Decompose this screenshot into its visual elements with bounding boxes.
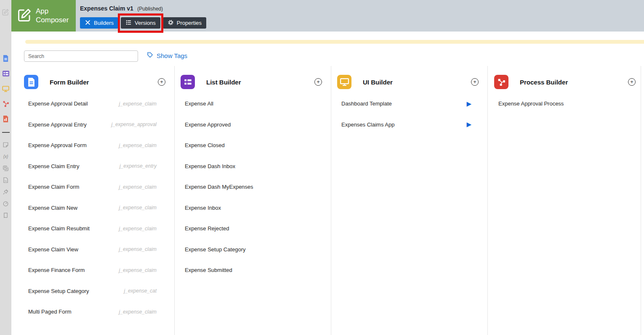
- app-header: App Composer Expenses Claim v1 (Publishe…: [11, 0, 644, 32]
- form-builder-icon: [24, 75, 38, 89]
- search-input[interactable]: [24, 50, 138, 62]
- edit-pencil-icon: [17, 8, 32, 24]
- item-label[interactable]: Expense Claim Form: [24, 184, 79, 190]
- item-tag: j_expense_approval: [112, 121, 157, 127]
- item-label[interactable]: Expenses Claims App: [337, 121, 394, 128]
- list-builder-header: List Builder +: [181, 73, 325, 91]
- item-label[interactable]: Expense Approved: [181, 121, 231, 128]
- form-builder-list: Expense Approval Detailj_expense_claimEx…: [24, 93, 168, 322]
- item-label[interactable]: Expense Rejected: [181, 225, 229, 232]
- column-divider: [487, 66, 488, 335]
- item-label[interactable]: Expense Approval Detail: [24, 100, 88, 107]
- item-tag: j_expense_claim: [119, 205, 157, 211]
- left-rail: {x}: [0, 0, 11, 335]
- pages-icon[interactable]: [0, 209, 11, 221]
- rail-icon-list: {x}: [0, 51, 11, 221]
- list-item: Expense Rejected: [181, 218, 325, 239]
- add-list-button[interactable]: +: [314, 78, 322, 86]
- tab-properties[interactable]: Properties: [163, 17, 206, 29]
- item-label[interactable]: Expense Submitted: [181, 267, 232, 273]
- list-item: Expense All: [181, 93, 325, 114]
- list-item: Expense Finance Formj_expense_claim: [24, 260, 168, 281]
- list-item: Expense Dash MyExpenses: [181, 177, 325, 198]
- item-label[interactable]: Multi Paged Form: [24, 309, 72, 315]
- tab-builders[interactable]: Builders: [80, 17, 118, 29]
- versions-list-icon: [125, 19, 132, 27]
- report-icon[interactable]: [0, 111, 11, 127]
- app-composer-screen: {x} App Composer: [0, 0, 644, 335]
- list-item: Expense Claim Resubmitj_expense_claim: [24, 218, 168, 239]
- item-tag: j_expense_claim: [119, 142, 157, 148]
- process-builder-icon[interactable]: [0, 96, 11, 111]
- item-tag: j_expense_claim: [119, 246, 157, 252]
- column-divider: [331, 66, 331, 335]
- resources-icon[interactable]: [0, 174, 11, 186]
- list-builder-column: List Builder + Expense AllExpense Approv…: [181, 66, 325, 335]
- form-builder-header: Form Builder +: [24, 73, 168, 91]
- column-title: List Builder: [206, 79, 241, 86]
- add-process-button[interactable]: +: [628, 78, 636, 86]
- add-ui-button[interactable]: +: [471, 78, 479, 86]
- item-tag: j_expense_entry: [120, 163, 157, 169]
- form-builder-icon[interactable]: [0, 51, 11, 66]
- list-item: Expense Claim Entryj_expense_entry: [24, 156, 168, 177]
- item-label[interactable]: Expense Approval Process: [494, 100, 564, 107]
- item-label[interactable]: Expense Claim Resubmit: [24, 225, 90, 232]
- performance-icon[interactable]: [0, 198, 11, 209]
- gear-icon: [168, 19, 174, 27]
- item-label[interactable]: Expense Finance Form: [24, 267, 85, 273]
- ui-builder-header: UI Builder +: [337, 73, 482, 91]
- ui-builder-list: Dashboard Template▶Expenses Claims App▶: [337, 93, 482, 135]
- column-title: UI Builder: [363, 79, 393, 86]
- list-item: Expense Submitted: [181, 260, 325, 281]
- list-item: Expense Closed: [181, 135, 325, 156]
- plugin-icon[interactable]: [0, 186, 11, 198]
- edit-icon: [2, 8, 9, 18]
- tag-icon: [146, 51, 154, 60]
- env-variable-icon[interactable]: {x}: [0, 150, 11, 162]
- app-composer-logo[interactable]: App Composer: [11, 0, 76, 32]
- item-label[interactable]: Expense Closed: [181, 142, 225, 148]
- list-item: Expense Approval Entryj_expense_approval: [24, 114, 168, 135]
- localization-icon[interactable]: [0, 162, 11, 174]
- item-label[interactable]: Expense Approval Form: [24, 142, 87, 148]
- item-label[interactable]: Expense Claim Entry: [24, 163, 79, 169]
- item-label[interactable]: Expense Dash Inbox: [181, 163, 235, 169]
- list-builder-icon: [181, 75, 195, 89]
- item-label[interactable]: Expense Claim View: [24, 246, 78, 253]
- tab-versions-label: Versions: [135, 20, 156, 26]
- tab-builders-label: Builders: [94, 20, 114, 26]
- add-form-button[interactable]: +: [158, 78, 165, 86]
- item-label[interactable]: Expense Inbox: [181, 205, 221, 211]
- column-title: Form Builder: [50, 79, 89, 86]
- item-label[interactable]: Expense Setup Category: [24, 288, 89, 294]
- item-label[interactable]: Expense Claim New: [24, 205, 77, 211]
- ui-builder-icon: [337, 75, 351, 89]
- rail-divider: [2, 132, 10, 133]
- list-item: Expense Claim Newj_expense_claim: [24, 198, 168, 219]
- list-item: Expense Approval Formj_expense_claim: [24, 135, 168, 156]
- list-item: Dashboard Template▶: [337, 93, 482, 114]
- list-item: Expense Dash Inbox: [181, 156, 325, 177]
- item-label[interactable]: Expense All: [181, 100, 213, 107]
- item-tag: j_expense_cat: [124, 288, 157, 294]
- show-tags-link[interactable]: Show Tags: [146, 51, 187, 60]
- run-icon[interactable]: ▶: [466, 121, 471, 128]
- item-label[interactable]: Expense Dash MyExpenses: [181, 184, 253, 190]
- list-item: Expense Approval Process: [494, 93, 639, 114]
- notes-icon[interactable]: [0, 139, 11, 150]
- item-label[interactable]: Expense Setup Category: [181, 246, 246, 253]
- list-item: Expense Claim Formj_expense_claim: [24, 177, 168, 198]
- list-builder-icon[interactable]: [0, 66, 11, 81]
- list-item: Expenses Claims App▶: [337, 114, 482, 135]
- item-label[interactable]: Expense Approval Entry: [24, 121, 87, 128]
- form-builder-column: Form Builder + Expense Approval Detailj_…: [24, 66, 168, 335]
- item-tag: j_expense_claim: [119, 101, 157, 107]
- column-title: Process Builder: [520, 79, 568, 86]
- item-label[interactable]: Dashboard Template: [337, 100, 392, 107]
- tab-versions[interactable]: Versions: [121, 17, 160, 29]
- list-item: Expense Claim Viewj_expense_claim: [24, 239, 168, 260]
- run-icon[interactable]: ▶: [466, 100, 471, 108]
- ui-builder-icon[interactable]: [0, 81, 11, 96]
- header-tabs: Builders Versions Properties: [80, 17, 206, 29]
